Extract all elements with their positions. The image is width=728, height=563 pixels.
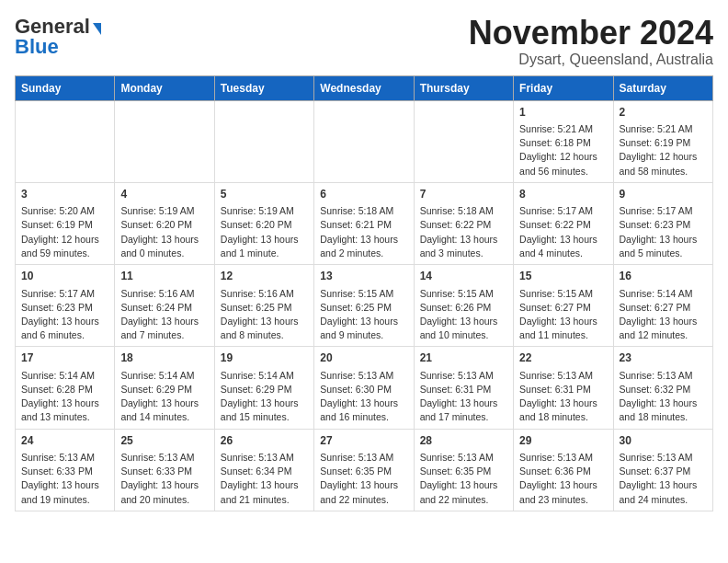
day-info: Sunrise: 5:13 AM Sunset: 6:31 PM Dayligh… — [420, 369, 507, 425]
day-number: 26 — [221, 433, 308, 449]
day-number: 23 — [620, 350, 707, 366]
calendar-day-cell: 10Sunrise: 5:17 AM Sunset: 6:23 PM Dayli… — [16, 265, 115, 347]
weekday-header-tuesday: Tuesday — [214, 75, 313, 100]
day-number: 9 — [620, 187, 707, 202]
calendar-week-row: 3Sunrise: 5:20 AM Sunset: 6:19 PM Daylig… — [16, 182, 713, 264]
calendar-day-cell: 28Sunrise: 5:13 AM Sunset: 6:35 PM Dayli… — [414, 429, 513, 511]
day-info: Sunrise: 5:16 AM Sunset: 6:25 PM Dayligh… — [221, 287, 308, 343]
logo-arrow-icon — [93, 23, 101, 35]
day-info: Sunrise: 5:21 AM Sunset: 6:18 PM Dayligh… — [519, 122, 607, 178]
day-number: 3 — [21, 187, 108, 202]
calendar-day-cell — [16, 100, 115, 182]
day-info: Sunrise: 5:16 AM Sunset: 6:24 PM Dayligh… — [120, 287, 208, 343]
day-info: Sunrise: 5:14 AM Sunset: 6:27 PM Dayligh… — [620, 287, 707, 343]
calendar-day-cell: 1Sunrise: 5:21 AM Sunset: 6:18 PM Daylig… — [514, 100, 613, 182]
day-number: 18 — [120, 350, 208, 366]
day-info: Sunrise: 5:14 AM Sunset: 6:28 PM Dayligh… — [21, 369, 108, 425]
calendar-week-row: 17Sunrise: 5:14 AM Sunset: 6:28 PM Dayli… — [16, 347, 713, 429]
calendar-day-cell: 4Sunrise: 5:19 AM Sunset: 6:20 PM Daylig… — [115, 182, 214, 264]
day-info: Sunrise: 5:17 AM Sunset: 6:23 PM Dayligh… — [620, 204, 707, 260]
day-number: 16 — [620, 269, 707, 284]
day-number: 29 — [519, 433, 607, 449]
day-info: Sunrise: 5:13 AM Sunset: 6:32 PM Dayligh… — [620, 369, 707, 425]
day-number: 20 — [320, 350, 407, 366]
weekday-header-sunday: Sunday — [16, 75, 115, 100]
day-number: 1 — [519, 105, 607, 121]
day-number: 27 — [320, 433, 407, 449]
weekday-header-wednesday: Wednesday — [314, 75, 414, 100]
day-info: Sunrise: 5:13 AM Sunset: 6:33 PM Dayligh… — [120, 451, 208, 507]
day-number: 10 — [21, 269, 108, 284]
calendar-day-cell: 6Sunrise: 5:18 AM Sunset: 6:21 PM Daylig… — [314, 182, 414, 264]
day-number: 24 — [21, 433, 108, 449]
calendar-day-cell: 13Sunrise: 5:15 AM Sunset: 6:25 PM Dayli… — [314, 265, 414, 347]
weekday-header-monday: Monday — [115, 75, 214, 100]
calendar-day-cell: 7Sunrise: 5:18 AM Sunset: 6:22 PM Daylig… — [414, 182, 513, 264]
calendar-day-cell: 11Sunrise: 5:16 AM Sunset: 6:24 PM Dayli… — [115, 265, 214, 347]
day-info: Sunrise: 5:13 AM Sunset: 6:33 PM Dayligh… — [21, 451, 108, 507]
day-number: 28 — [420, 433, 507, 449]
calendar-day-cell: 8Sunrise: 5:17 AM Sunset: 6:22 PM Daylig… — [514, 182, 613, 264]
calendar-week-row: 1Sunrise: 5:21 AM Sunset: 6:18 PM Daylig… — [16, 100, 713, 182]
calendar-day-cell: 25Sunrise: 5:13 AM Sunset: 6:33 PM Dayli… — [115, 429, 214, 511]
weekday-header-friday: Friday — [514, 75, 613, 100]
day-number: 21 — [420, 350, 507, 366]
day-number: 2 — [620, 105, 707, 121]
calendar-day-cell — [214, 100, 313, 182]
calendar-day-cell: 19Sunrise: 5:14 AM Sunset: 6:29 PM Dayli… — [214, 347, 313, 429]
day-number: 30 — [620, 433, 707, 449]
day-number: 5 — [221, 187, 308, 202]
day-number: 13 — [320, 269, 407, 284]
calendar-day-cell: 24Sunrise: 5:13 AM Sunset: 6:33 PM Dayli… — [16, 429, 115, 511]
calendar-day-cell: 23Sunrise: 5:13 AM Sunset: 6:32 PM Dayli… — [613, 347, 712, 429]
day-info: Sunrise: 5:17 AM Sunset: 6:23 PM Dayligh… — [21, 287, 108, 343]
weekday-header-saturday: Saturday — [613, 75, 712, 100]
day-number: 12 — [221, 269, 308, 284]
day-info: Sunrise: 5:14 AM Sunset: 6:29 PM Dayligh… — [120, 369, 208, 425]
calendar-day-cell: 5Sunrise: 5:19 AM Sunset: 6:20 PM Daylig… — [214, 182, 313, 264]
day-info: Sunrise: 5:14 AM Sunset: 6:29 PM Dayligh… — [221, 369, 308, 425]
day-info: Sunrise: 5:13 AM Sunset: 6:31 PM Dayligh… — [519, 369, 607, 425]
day-info: Sunrise: 5:18 AM Sunset: 6:21 PM Dayligh… — [320, 204, 407, 260]
calendar-day-cell: 12Sunrise: 5:16 AM Sunset: 6:25 PM Dayli… — [214, 265, 313, 347]
day-number: 8 — [519, 187, 607, 202]
calendar-day-cell: 20Sunrise: 5:13 AM Sunset: 6:30 PM Dayli… — [314, 347, 414, 429]
location-subtitle: Dysart, Queensland, Australia — [469, 52, 713, 68]
calendar-day-cell: 16Sunrise: 5:14 AM Sunset: 6:27 PM Dayli… — [613, 265, 712, 347]
day-info: Sunrise: 5:17 AM Sunset: 6:22 PM Dayligh… — [519, 204, 607, 260]
calendar-week-row: 24Sunrise: 5:13 AM Sunset: 6:33 PM Dayli… — [16, 429, 713, 511]
calendar-day-cell: 27Sunrise: 5:13 AM Sunset: 6:35 PM Dayli… — [314, 429, 414, 511]
day-number: 19 — [221, 350, 308, 366]
day-info: Sunrise: 5:21 AM Sunset: 6:19 PM Dayligh… — [620, 122, 707, 178]
day-number: 15 — [519, 269, 607, 284]
calendar-day-cell: 29Sunrise: 5:13 AM Sunset: 6:36 PM Dayli… — [514, 429, 613, 511]
day-number: 11 — [120, 269, 208, 284]
day-info: Sunrise: 5:15 AM Sunset: 6:25 PM Dayligh… — [320, 287, 407, 343]
day-info: Sunrise: 5:18 AM Sunset: 6:22 PM Dayligh… — [420, 204, 507, 260]
day-info: Sunrise: 5:19 AM Sunset: 6:20 PM Dayligh… — [120, 204, 208, 260]
day-number: 4 — [120, 187, 208, 202]
day-info: Sunrise: 5:15 AM Sunset: 6:26 PM Dayligh… — [420, 287, 507, 343]
day-number: 6 — [320, 187, 407, 202]
calendar-day-cell: 22Sunrise: 5:13 AM Sunset: 6:31 PM Dayli… — [514, 347, 613, 429]
day-info: Sunrise: 5:13 AM Sunset: 6:30 PM Dayligh… — [320, 369, 407, 425]
calendar-day-cell: 14Sunrise: 5:15 AM Sunset: 6:26 PM Dayli… — [414, 265, 513, 347]
day-number: 14 — [420, 269, 507, 284]
logo-text-blue: Blue — [15, 35, 59, 59]
weekday-header-thursday: Thursday — [414, 75, 513, 100]
calendar-day-cell: 17Sunrise: 5:14 AM Sunset: 6:28 PM Dayli… — [16, 347, 115, 429]
logo: General Blue — [15, 15, 101, 59]
day-number: 22 — [519, 350, 607, 366]
calendar-day-cell — [115, 100, 214, 182]
day-info: Sunrise: 5:13 AM Sunset: 6:36 PM Dayligh… — [519, 451, 607, 507]
calendar-day-cell: 21Sunrise: 5:13 AM Sunset: 6:31 PM Dayli… — [414, 347, 513, 429]
calendar-day-cell — [414, 100, 513, 182]
calendar-day-cell: 30Sunrise: 5:13 AM Sunset: 6:37 PM Dayli… — [613, 429, 712, 511]
day-number: 17 — [21, 350, 108, 366]
calendar-day-cell: 9Sunrise: 5:17 AM Sunset: 6:23 PM Daylig… — [613, 182, 712, 264]
day-info: Sunrise: 5:15 AM Sunset: 6:27 PM Dayligh… — [519, 287, 607, 343]
day-number: 7 — [420, 187, 507, 202]
calendar-day-cell: 15Sunrise: 5:15 AM Sunset: 6:27 PM Dayli… — [514, 265, 613, 347]
title-block: November 2024 Dysart, Queensland, Austra… — [469, 15, 713, 68]
day-info: Sunrise: 5:13 AM Sunset: 6:37 PM Dayligh… — [620, 451, 707, 507]
